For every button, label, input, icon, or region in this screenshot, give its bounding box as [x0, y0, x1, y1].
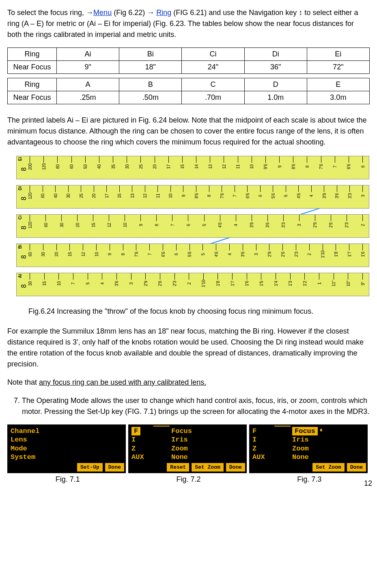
cell: 18" — [119, 61, 182, 74]
paragraph-4: Note that any focus ring can be used wit… — [7, 377, 370, 388]
figure-6-24: Ei82001208060504035302520171514131211109… — [16, 156, 369, 317]
scale-label: Bi — [17, 245, 23, 249]
axis-key-iris: I — [252, 435, 273, 444]
cell: A — [57, 78, 119, 91]
device-screen-3: F Focus ♦ I Iris Z Zoom AUX None Se — [249, 424, 368, 473]
reset-button[interactable]: Reset — [167, 463, 189, 472]
tick-label: 3'3 — [347, 193, 353, 198]
tick-label: 8 — [120, 253, 126, 256]
tick-label: 10 — [249, 164, 255, 169]
tick-label: 30 — [65, 194, 71, 198]
done-button[interactable]: Done — [226, 463, 245, 472]
cell: .70m — [182, 91, 244, 104]
tick-label: 11 — [235, 164, 241, 169]
tick-label: 4 — [226, 253, 233, 256]
tick-label: 200 — [27, 163, 33, 170]
tick-label: 2'6 — [157, 281, 163, 286]
focus-scale-ci: Ci8120603020151210987654'643'93'63'332'9… — [16, 214, 369, 238]
tick-label: 2'3 — [293, 252, 299, 257]
tick-label: 5 — [201, 224, 207, 226]
tick-label: 3'6 — [114, 281, 120, 286]
tick-label: 9'6 — [263, 164, 269, 169]
menu-link[interactable]: Menu — [93, 9, 112, 17]
tick-label: 7 — [146, 253, 153, 256]
table-row: Near Focus 9" 18" 24" 36" 72" — [8, 61, 370, 74]
tick-label: 120 — [27, 222, 33, 228]
tick-label: 6'6 — [244, 193, 250, 198]
tick-label: 2'6 — [280, 252, 286, 257]
tick-label: 3 — [296, 224, 302, 226]
table-imperial: Ring Ai Bi Ci Di Ei Near Focus 9" 18" 24… — [7, 47, 370, 74]
tick-label: 120 — [41, 163, 47, 170]
device-screens-row: Channel Lens Mode System Set-Up Done F F… — [7, 424, 370, 473]
tick-label: 30 — [27, 281, 33, 286]
menu-item: Channel — [11, 427, 123, 435]
setup-button[interactable]: Set-Up — [77, 463, 103, 472]
done-button[interactable]: Done — [347, 463, 366, 472]
caption-7-2: Fig. 7.2 — [128, 474, 249, 485]
axis-val-zoom: Zoom — [171, 444, 188, 453]
device-screen-1: Channel Lens Mode System Set-Up Done — [7, 424, 126, 473]
tick-label: 15 — [116, 194, 123, 198]
cell: 72" — [307, 61, 369, 74]
tick-label: 1'6 — [360, 252, 366, 257]
tick-label: 13 — [129, 194, 135, 198]
tick-label: 25 — [138, 164, 144, 169]
tick-label: 120 — [27, 192, 33, 199]
tick-label: 7 — [169, 224, 175, 226]
done-button[interactable]: Done — [105, 463, 124, 472]
tick-label: 2 — [186, 282, 192, 285]
tick-label: 3'6 — [265, 222, 271, 228]
set-zoom-button[interactable]: Set Zoom — [312, 463, 344, 472]
tick-label: 1'5 — [258, 281, 264, 286]
tick-label: 11" — [331, 280, 337, 286]
tick-label: 15 — [90, 223, 96, 227]
axis-key-aux: AUX — [252, 453, 273, 461]
tick-label: 1'8 — [215, 281, 221, 286]
tick-label: 30 — [124, 164, 130, 169]
axis-val-iris: Iris — [171, 435, 188, 444]
tick-label: 2'3 — [344, 222, 350, 228]
tick-label: 6'6 — [346, 164, 352, 169]
tick-label: 2'9 — [266, 252, 272, 257]
tick-label: 3'6 — [334, 193, 340, 198]
tick-label: 1'4 — [273, 281, 279, 286]
tick-label: 60 — [43, 223, 49, 227]
tick-label: 15 — [179, 164, 185, 169]
tick-label: 40 — [52, 194, 58, 198]
tick-label: 1'6 — [244, 281, 250, 286]
tick-label: 20 — [74, 223, 80, 227]
tick-label: 9 — [107, 253, 113, 256]
tick-label: 10 — [93, 252, 99, 256]
tick-label: 20 — [91, 194, 97, 198]
tick-label: 12 — [142, 194, 148, 198]
tick-label: 4 — [308, 195, 315, 197]
tick-label: 5'6 — [270, 193, 276, 198]
ring-link[interactable]: Ring — [156, 9, 171, 17]
tick-label: 5 — [283, 195, 289, 197]
tick-label: 15 — [67, 252, 73, 256]
tick-label: 60 — [40, 194, 46, 198]
cell: 3.0m — [307, 91, 369, 104]
axis-val-focus: Focus — [171, 427, 192, 435]
axis-val-zoom: Zoom — [292, 444, 309, 453]
scale-label: Ai — [17, 274, 23, 278]
tick-label: 3 — [253, 253, 259, 256]
connector-line — [153, 426, 170, 434]
tick-label: 2 — [306, 253, 312, 256]
tick-label: 8'6 — [290, 164, 296, 169]
tick-label: 20 — [152, 164, 158, 169]
menu-item: Lens — [11, 435, 123, 444]
tick-label: 9 — [180, 195, 186, 197]
tick-label: 11 — [155, 194, 161, 198]
tick-label: 1 — [316, 282, 322, 285]
caption-7-3: Fig. 7.3 — [249, 474, 370, 485]
axis-key-aux: AUX — [131, 453, 152, 461]
tick-label: 6 — [360, 166, 366, 168]
tick-label: 2'6 — [328, 222, 334, 228]
tick-label: 60 — [69, 164, 75, 169]
cell: 24" — [182, 61, 244, 74]
set-zoom-button[interactable]: Set Zoom — [192, 463, 223, 472]
tick-label: 17 — [103, 194, 110, 198]
cell: E — [307, 78, 369, 91]
